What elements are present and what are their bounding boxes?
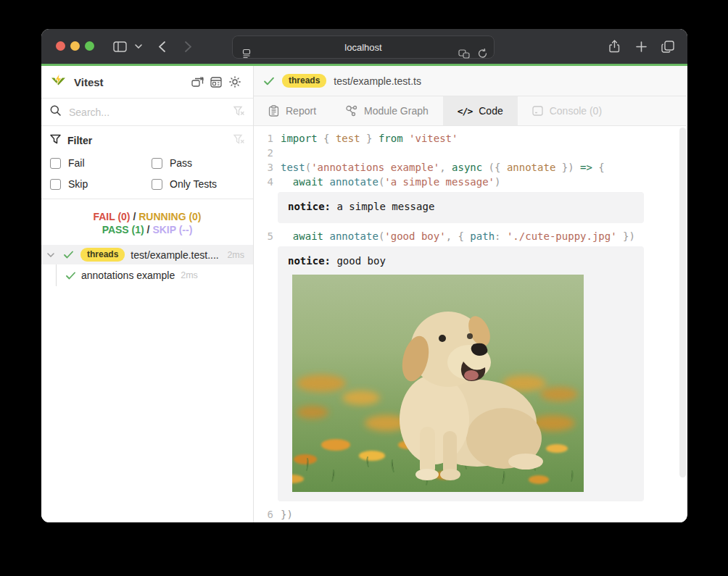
app-title: Vitest: [74, 76, 188, 88]
filter-checkbox-pass[interactable]: Pass: [152, 157, 244, 169]
console-icon: [532, 106, 543, 116]
status-part-1: /: [131, 211, 139, 222]
annotation-text: notice: a simple message: [288, 199, 634, 214]
screen: localhost: [0, 0, 728, 576]
file-duration: 2ms: [227, 250, 244, 260]
code-text: }): [281, 507, 293, 522]
test-duration: 2ms: [181, 270, 198, 280]
filter-checkbox-fail[interactable]: Fail: [50, 157, 152, 169]
search-icon: [50, 105, 61, 119]
line-number: 5: [254, 229, 273, 243]
line-number: 4: [254, 175, 273, 189]
filter-checkbox-skip[interactable]: Skip: [50, 178, 152, 190]
tab-module-graph[interactable]: Module Graph: [331, 96, 443, 125]
pass-check-icon: [66, 272, 75, 280]
status-part-2: RUNNING (0): [138, 211, 201, 222]
status-part-2: SKIP (--): [152, 224, 192, 235]
sidebar-header: Vitest: [41, 66, 253, 99]
tab-console-0[interactable]: Console (0): [518, 96, 616, 125]
tab-report[interactable]: Report: [254, 96, 331, 125]
line-number: 6: [254, 507, 273, 522]
theme-toggle-sun-icon[interactable]: [226, 72, 244, 91]
filter-section: Filter FailPassSkipOnly Tests: [41, 126, 253, 199]
code-line: 4 await annotate('a simple message'): [254, 175, 687, 189]
annotation-message: good boy: [331, 255, 386, 267]
code-icon: </>: [458, 106, 472, 117]
tree-file-row[interactable]: threads test/example.test.... 2ms: [41, 245, 253, 264]
tab-label: Console (0): [550, 105, 602, 117]
filter-funnel-icon: [50, 134, 61, 147]
vitest-logo-icon: [50, 72, 67, 91]
vertical-scrollbar[interactable]: [679, 128, 686, 477]
annotation-attachment-image: [292, 275, 584, 492]
pool-badge: threads: [282, 74, 326, 88]
report-icon: [268, 105, 279, 117]
status-part-0: FAIL (0): [93, 211, 130, 222]
code-line: 3test('annotations example', async ({ an…: [254, 160, 687, 175]
clear-search-filter-icon[interactable]: [233, 106, 244, 119]
collapse-panels-icon[interactable]: [188, 72, 207, 91]
status-part-1: /: [144, 224, 153, 235]
line-number: 1: [254, 131, 273, 146]
new-tab-icon[interactable]: [632, 29, 650, 64]
checkbox-label: Skip: [68, 178, 88, 190]
tab-overview-icon[interactable]: [658, 29, 677, 64]
checkbox-box[interactable]: [152, 179, 162, 190]
clear-filter-icon[interactable]: [233, 134, 244, 147]
code-text: import { test } from 'vitest': [281, 131, 458, 146]
chevron-down-icon[interactable]: [47, 253, 54, 257]
annotation-text: notice: good boy: [288, 254, 634, 268]
annotation-type-label: notice:: [288, 201, 331, 212]
indent-guide: [56, 264, 57, 286]
checkbox-label: Fail: [68, 157, 85, 169]
line-number: 2: [254, 146, 273, 160]
sidebar: Vitest: [41, 66, 254, 522]
code-viewer: 1import { test } from 'vitest'23test('an…: [254, 126, 687, 522]
zoom-window-button[interactable]: [85, 41, 94, 51]
url-text: localhost: [233, 42, 494, 53]
file-header: threads test/example.test.ts: [254, 66, 687, 96]
file-path: test/example.test.ts: [334, 75, 421, 87]
status-line-pass-skip: PASS (1) / SKIP (--): [41, 223, 253, 236]
browser-window: localhost: [41, 29, 687, 522]
sidebar-toggle-icon[interactable]: [111, 29, 128, 64]
checkbox-box[interactable]: [50, 158, 61, 169]
pass-check-icon: [264, 77, 274, 85]
code-line: 6}): [254, 507, 687, 522]
browser-toolbar: localhost: [41, 29, 687, 64]
code-text: await annotate('a simple message'): [281, 175, 500, 189]
pool-badge: threads: [80, 248, 125, 262]
filter-label: Filter: [67, 135, 233, 146]
share-icon[interactable]: [605, 29, 623, 64]
tree-test-row[interactable]: annotations example 2ms: [41, 264, 253, 286]
test-name: annotations example: [81, 270, 175, 281]
minimize-window-button[interactable]: [70, 41, 80, 51]
checkbox-box[interactable]: [50, 179, 61, 190]
forward-button[interactable]: [181, 29, 195, 64]
search-input[interactable]: [67, 106, 233, 119]
main-panel: threads test/example.test.ts ReportModul…: [254, 66, 687, 522]
filter-checkbox-only-tests[interactable]: Only Tests: [152, 178, 244, 190]
checkbox-box[interactable]: [152, 158, 162, 169]
back-button[interactable]: [154, 29, 169, 64]
annotation-type-label: notice:: [288, 255, 331, 267]
tab-code[interactable]: </>Code: [443, 96, 518, 125]
address-bar[interactable]: localhost: [232, 36, 495, 59]
chevron-down-icon[interactable]: [133, 29, 144, 64]
checkbox-label: Pass: [170, 157, 192, 169]
status-part-0: PASS (1): [102, 224, 144, 235]
annotation-message: a simple message: [331, 201, 434, 212]
run-status-summary: FAIL (0) / RUNNING (0) PASS (1) / SKIP (…: [41, 199, 253, 245]
file-name: test/example.test....: [131, 249, 218, 261]
tab-bar: ReportModule Graph</>CodeConsole (0): [254, 96, 687, 126]
tab-label: Code: [479, 105, 502, 117]
code-line: 7: [254, 522, 687, 522]
checkbox-label: Only Tests: [170, 178, 217, 190]
line-number: 3: [254, 160, 273, 175]
search-row: [41, 99, 253, 126]
dashboard-icon[interactable]: [207, 72, 226, 91]
annotation-block: notice: a simple message: [278, 192, 644, 223]
close-window-button[interactable]: [56, 41, 65, 51]
code-line: 2: [254, 146, 687, 160]
tab-label: Module Graph: [364, 105, 429, 117]
